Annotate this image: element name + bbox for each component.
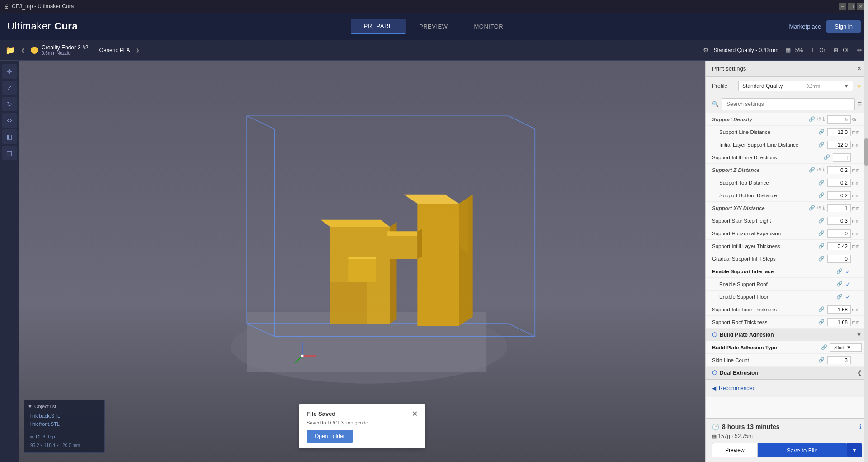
list-item[interactable]: link front.STL [28, 420, 101, 428]
setting-value-input[interactable] [827, 204, 851, 212]
quality-label[interactable]: Standard Quality - 0.42mm [713, 47, 778, 53]
setting-value-input[interactable] [827, 318, 851, 326]
setting-unit: mm [852, 205, 862, 211]
scale-tool[interactable]: ⤢ [2, 81, 17, 95]
profile-select[interactable]: Standard Quality 0.2mm ▼ [738, 81, 853, 91]
signin-button[interactable]: Sign in [826, 20, 861, 33]
save-dropdown-button[interactable]: ▼ [847, 443, 862, 457]
setting-value-input[interactable] [827, 141, 851, 149]
move-tool[interactable]: ✥ [2, 64, 17, 79]
setting-support-horizontal-expansion: Support Horizontal Expansion 🔗 mm [706, 227, 868, 240]
reset-icon[interactable]: ↺ [817, 205, 821, 211]
build-plate-section-header[interactable]: ⬡ Build Plate Adhesion ▼ [706, 329, 868, 341]
open-folder-button[interactable]: Open Folder [307, 430, 353, 443]
link-icon[interactable]: 🔗 [818, 256, 825, 262]
rotate-tool[interactable]: ↻ [2, 97, 17, 111]
link-icon[interactable]: 🔗 [836, 281, 843, 287]
link-icon[interactable]: 🔗 [824, 154, 830, 160]
setting-value-input[interactable] [827, 191, 851, 200]
tab-preview[interactable]: PREVIEW [406, 19, 460, 34]
setting-value-input[interactable] [827, 166, 851, 174]
close-print-settings-button[interactable]: ✕ [857, 65, 862, 72]
setting-value-input[interactable] [827, 115, 851, 124]
maximize-button[interactable]: ❐ [848, 3, 855, 10]
link-icon[interactable]: 🔗 [809, 116, 815, 122]
setting-value-input[interactable] [833, 153, 851, 162]
scrollbar-thumb[interactable] [864, 138, 868, 166]
setting-value-input[interactable] [827, 229, 851, 238]
adhesion-type-dropdown[interactable]: Skirt ▼ [830, 343, 862, 352]
link-icon[interactable]: 🔗 [818, 243, 825, 249]
link-icon[interactable]: 🔗 [818, 306, 825, 312]
link-icon[interactable]: 🔗 [818, 129, 825, 135]
link-icon[interactable]: 🔗 [836, 268, 843, 274]
link-icon[interactable]: 🔗 [818, 357, 825, 363]
print-weight: ▦ 157g · 52.75m [712, 433, 862, 439]
setting-value-input[interactable] [827, 217, 851, 225]
svg-marker-18 [321, 220, 390, 227]
setting-name: Initial Layer Support Line Distance [712, 142, 818, 148]
printer-name[interactable]: Creality Ender-3 #2 [42, 44, 88, 51]
info-icon[interactable]: ℹ [823, 205, 825, 211]
folder-icon[interactable]: 📁 [5, 45, 15, 55]
tab-prepare[interactable]: PREPARE [351, 19, 406, 34]
star-icon[interactable]: ★ [857, 83, 862, 89]
nozzle-info: 0.6mm Nozzle [42, 51, 88, 56]
save-to-file-button[interactable]: Save to File [758, 443, 847, 457]
link-icon[interactable]: 🔗 [818, 218, 825, 224]
setting-initial-layer-support-line-distance: Initial Layer Support Line Distance 🔗 mm [706, 138, 868, 151]
link-icon[interactable]: 🔗 [809, 205, 815, 211]
setting-value-input[interactable] [827, 305, 851, 314]
link-icon[interactable]: 🔗 [821, 344, 827, 350]
setting-value-input[interactable] [827, 356, 851, 364]
list-item[interactable]: link back.STL [28, 412, 101, 420]
dual-extrusion-section-header[interactable]: ⬡ Dual Extrusion ❮ [706, 367, 868, 379]
bottom-panel: ◀ Recommended [706, 379, 868, 397]
info-icon[interactable]: ℹ [823, 167, 825, 173]
info-icon[interactable]: ℹ [823, 116, 825, 122]
link-icon[interactable]: 🔗 [809, 167, 815, 173]
link-icon[interactable]: 🔗 [818, 180, 825, 186]
close-button[interactable]: ✕ [857, 3, 864, 10]
checkbox-check[interactable]: ✓ [845, 293, 851, 300]
material-name[interactable]: Generic PLA [99, 47, 130, 53]
tab-monitor[interactable]: MONITOR [462, 19, 516, 34]
marketplace-button[interactable]: Marketplace [789, 23, 821, 30]
adhesion-off-label[interactable]: Off [843, 47, 850, 53]
link-icon[interactable]: 🔗 [818, 319, 825, 325]
reset-icon[interactable]: ↺ [817, 116, 821, 122]
info-icon[interactable]: ℹ [859, 424, 862, 430]
recommended-button[interactable]: ◀ Recommended [712, 383, 755, 393]
print-time-row: 🕐 8 hours 13 minutes ℹ [712, 423, 862, 430]
link-icon[interactable]: 🔗 [836, 294, 843, 300]
setting-name: Support Infill Layer Thickness [712, 243, 818, 249]
dual-extrusion-icon: ⬡ [712, 369, 717, 376]
setting-name: Support X/Y Distance [712, 205, 809, 211]
svg-point-30 [301, 354, 303, 357]
checkbox-check[interactable]: ✓ [845, 281, 851, 288]
setting-support-infill-directions: Support Infill Line Directions 🔗 [706, 151, 868, 164]
checkbox-check[interactable]: ✓ [845, 268, 851, 275]
chevron-left-icon: ❮ [21, 47, 25, 53]
support-blocker-tool[interactable]: ▤ [2, 146, 17, 160]
reset-icon[interactable]: ↺ [817, 167, 821, 173]
per-model-tool[interactable]: ◧ [2, 129, 17, 144]
link-icon[interactable]: 🔗 [818, 192, 825, 198]
setting-value-input[interactable] [827, 128, 851, 136]
edit-quality-icon[interactable]: ✏ [857, 47, 863, 54]
menu-icon[interactable]: ≡ [858, 100, 862, 108]
minimize-button[interactable]: ─ [839, 3, 846, 10]
setting-gradual-support-infill: Gradual Support Infill Steps 🔗 [706, 252, 868, 265]
setting-value-input[interactable] [827, 255, 851, 263]
link-icon[interactable]: 🔗 [818, 230, 825, 236]
setting-value-input[interactable] [827, 242, 851, 250]
close-notification-button[interactable]: ✕ [412, 410, 418, 418]
support-on-label[interactable]: On [819, 47, 826, 53]
collapse-icon[interactable]: ▼ [28, 404, 33, 409]
infill-value[interactable]: 5% [795, 47, 803, 53]
link-icon[interactable]: 🔗 [818, 142, 825, 148]
search-input[interactable] [722, 98, 855, 110]
mirror-tool[interactable]: ⇔ [2, 113, 17, 128]
setting-value-input[interactable] [827, 179, 851, 187]
preview-button[interactable]: Preview [712, 443, 758, 457]
